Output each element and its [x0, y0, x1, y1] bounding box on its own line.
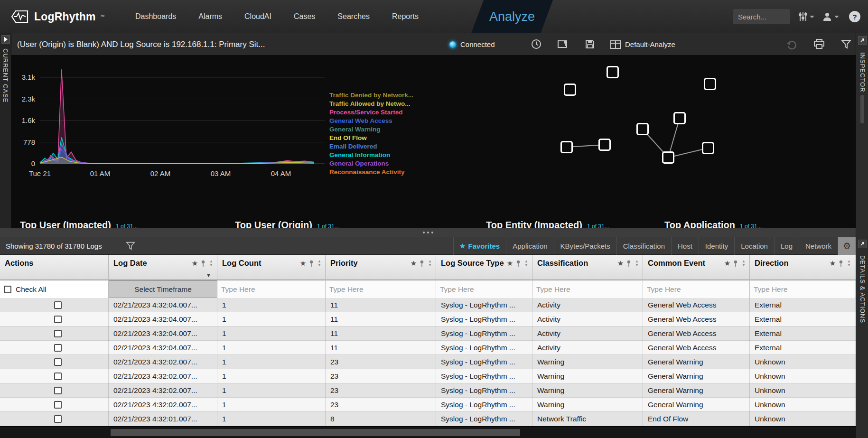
star-icon[interactable]: ★ [830, 259, 836, 268]
legend-item-general-information[interactable]: General Information [329, 151, 413, 158]
column-header-classification[interactable]: Classification★▲▼ [532, 255, 643, 280]
legend-item-general-operations[interactable]: General Operations [329, 160, 413, 167]
legend-item-reconnaissance-activity[interactable]: Reconnaissance Activity [329, 168, 413, 176]
nav-item-cases[interactable]: Cases [294, 12, 315, 21]
pane-splitter[interactable] [0, 228, 856, 237]
graph-node[interactable] [598, 139, 611, 151]
grid-tab-favorites[interactable]: ★Favorites [453, 237, 506, 255]
legend-item-traffic-denied-by-network[interactable]: Traffic Denied by Network... [329, 92, 413, 99]
legend-item-end-of-flow[interactable]: End Of Flow [329, 134, 413, 141]
search-input[interactable] [733, 9, 790, 24]
widget-link[interactable]: 1 of 31... [116, 223, 138, 228]
row-checkbox[interactable] [54, 330, 62, 337]
log-row[interactable]: 02/21/2023 4:32:04.007...111Syslog - Log… [0, 312, 856, 326]
legend-item-general-warning[interactable]: General Warning [329, 126, 413, 133]
log-row[interactable]: 02/21/2023 4:32:02.007...123Syslog - Log… [0, 355, 856, 369]
expand-current-case-button[interactable] [1, 35, 10, 44]
row-checkbox[interactable] [54, 301, 62, 309]
filter-input-log-source-type[interactable]: Type Here [436, 280, 532, 298]
row-checkbox[interactable] [54, 373, 62, 380]
check-all-checkbox[interactable] [4, 286, 11, 293]
horizontal-scrollbar[interactable] [0, 426, 856, 438]
print-icon[interactable] [813, 39, 825, 49]
user-menu[interactable] [822, 0, 839, 33]
star-icon[interactable]: ★ [617, 259, 624, 268]
help-menu[interactable]: ? [849, 0, 860, 33]
star-icon[interactable]: ★ [192, 259, 198, 268]
layout-selector[interactable]: Default-Analyze [610, 33, 675, 56]
graph-node[interactable] [662, 151, 674, 164]
legend-item-general-web-access[interactable]: General Web Access [329, 117, 413, 124]
nav-item-dashboards[interactable]: Dashboards [135, 12, 176, 21]
star-icon[interactable]: ★ [507, 259, 513, 268]
inspector-tab[interactable]: INSPECTOR [859, 52, 866, 93]
log-row[interactable]: 02/21/2023 4:32:02.007...123Syslog - Log… [0, 369, 856, 383]
star-icon[interactable]: ★ [724, 259, 730, 268]
column-header-direction[interactable]: Direction★▲▼ [750, 255, 855, 280]
log-row[interactable]: 02/21/2023 4:32:04.007...111Syslog - Log… [0, 298, 856, 312]
filter-input-log-count[interactable]: Type Here [217, 280, 326, 298]
widget-link[interactable]: 1 of 31... [587, 223, 609, 228]
nav-item-searches[interactable]: Searches [337, 12, 370, 21]
row-checkbox[interactable] [54, 344, 62, 352]
legend-item-traffic-allowed-by-netwo[interactable]: Traffic Allowed by Netwo... [329, 100, 413, 107]
nav-item-reports[interactable]: Reports [392, 12, 419, 21]
graph-node[interactable] [636, 123, 649, 135]
filter-icon[interactable] [841, 39, 851, 49]
expand-inspector-button[interactable] [858, 36, 867, 45]
filter-input-common-event[interactable]: Type Here [643, 280, 750, 298]
sort-arrows-icon[interactable]: ▲▼ [524, 260, 528, 267]
star-icon[interactable]: ★ [411, 259, 417, 268]
vertical-scrollbar-thumb[interactable] [860, 95, 864, 123]
grid-tab-application[interactable]: Application [506, 237, 553, 255]
sort-arrows-icon[interactable]: ▲▼ [209, 260, 213, 267]
column-header-log-source-type[interactable]: Log Source Type★▲▼ [436, 255, 532, 280]
sort-arrows-icon[interactable]: ▲▼ [428, 260, 432, 267]
column-header-common-event[interactable]: Common Event★▲▼ [643, 255, 750, 280]
graph-node[interactable] [607, 66, 619, 78]
row-checkbox[interactable] [54, 387, 62, 394]
grid-tab-network[interactable]: Network [799, 237, 838, 255]
grid-tab-classification[interactable]: Classification [616, 237, 671, 255]
legend-item-email-delivered[interactable]: Email Delivered [329, 143, 413, 150]
details-actions-tab[interactable]: DETAILS & ACTIONS [859, 255, 866, 323]
logs-over-time-chart[interactable]: 3.1k2.3k1.6k7780Tue 2101 AM02 AM03 AM04 … [11, 63, 344, 185]
graph-node[interactable] [702, 142, 714, 154]
scrollbar-thumb[interactable] [111, 429, 520, 436]
star-icon[interactable]: ★ [300, 259, 306, 268]
graph-node[interactable] [560, 141, 573, 153]
graph-node[interactable] [564, 84, 576, 96]
current-case-label[interactable]: CURRENT CASE [2, 48, 9, 103]
graph-node[interactable] [704, 78, 716, 90]
row-checkbox[interactable] [54, 358, 62, 366]
sort-arrows-icon[interactable]: ▲▼ [317, 260, 321, 267]
nav-item-cloudai[interactable]: CloudAI [244, 12, 271, 21]
widget-link[interactable]: 1 of 31... [740, 223, 762, 228]
clock-icon[interactable] [531, 39, 541, 49]
sort-arrows-icon[interactable]: ▲▼ [635, 260, 639, 267]
save-icon[interactable] [585, 39, 595, 49]
column-header-log-date[interactable]: Log Date★▲▼▼ [109, 255, 217, 280]
row-checkbox[interactable] [54, 415, 62, 423]
nav-item-alarms[interactable]: Alarms [198, 12, 222, 21]
filter-input-priority[interactable]: Type Here [326, 280, 436, 298]
log-row[interactable]: 02/21/2023 4:32:02.007...123Syslog - Log… [0, 383, 856, 398]
log-row[interactable]: 02/21/2023 4:32:04.007...111Syslog - Log… [0, 326, 856, 341]
log-row[interactable]: 02/21/2023 4:32:02.007...123Syslog - Log… [0, 398, 856, 412]
column-header-priority[interactable]: Priority★▲▼ [326, 255, 436, 280]
filter-icon[interactable] [126, 241, 135, 251]
log-row[interactable]: 02/21/2023 4:32:01.007...18Syslog - LogR… [0, 412, 856, 426]
filter-settings-menu[interactable] [798, 0, 814, 33]
sort-arrows-icon[interactable]: ▲▼ [847, 260, 851, 267]
column-header-actions[interactable]: Actions [0, 255, 109, 280]
tab-analyze[interactable]: Analyze [471, 0, 553, 33]
filter-input-classification[interactable]: Type Here [532, 280, 643, 298]
log-row[interactable]: 02/21/2023 4:32:04.007...111Syslog - Log… [0, 341, 856, 355]
widget-link[interactable]: 1 of 31... [317, 223, 339, 228]
grid-settings-button[interactable]: ⚙ [838, 237, 856, 255]
row-checkbox[interactable] [54, 316, 62, 323]
select-timeframe-button[interactable]: Select Timeframe [109, 280, 217, 298]
brand[interactable]: LogRhythm ™ [10, 0, 105, 33]
pin-board-icon[interactable] [557, 39, 569, 49]
column-header-log-count[interactable]: Log Count★▲▼ [217, 255, 326, 280]
